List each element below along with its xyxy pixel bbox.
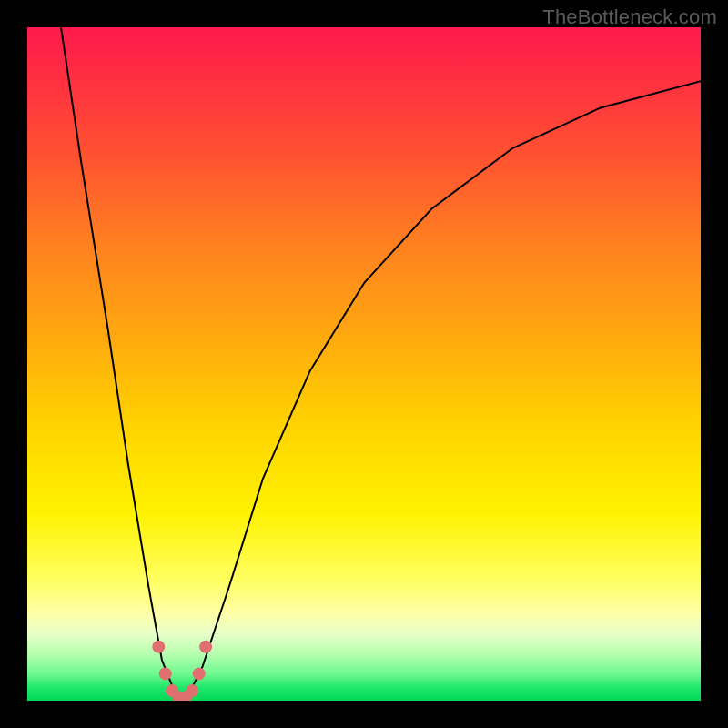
watermark-text: TheBottleneck.com	[542, 5, 717, 29]
curve-path	[61, 27, 701, 701]
marker-dot	[193, 667, 206, 680]
marker-dot	[199, 641, 212, 653]
highlight-markers	[152, 641, 212, 701]
chart-frame: TheBottleneck.com	[0, 0, 728, 728]
marker-dot	[186, 684, 198, 697]
marker-dot	[159, 667, 172, 680]
plot-area	[27, 27, 701, 701]
chart-svg	[27, 27, 701, 701]
marker-dot	[152, 641, 165, 653]
bottleneck-curve	[61, 27, 701, 701]
